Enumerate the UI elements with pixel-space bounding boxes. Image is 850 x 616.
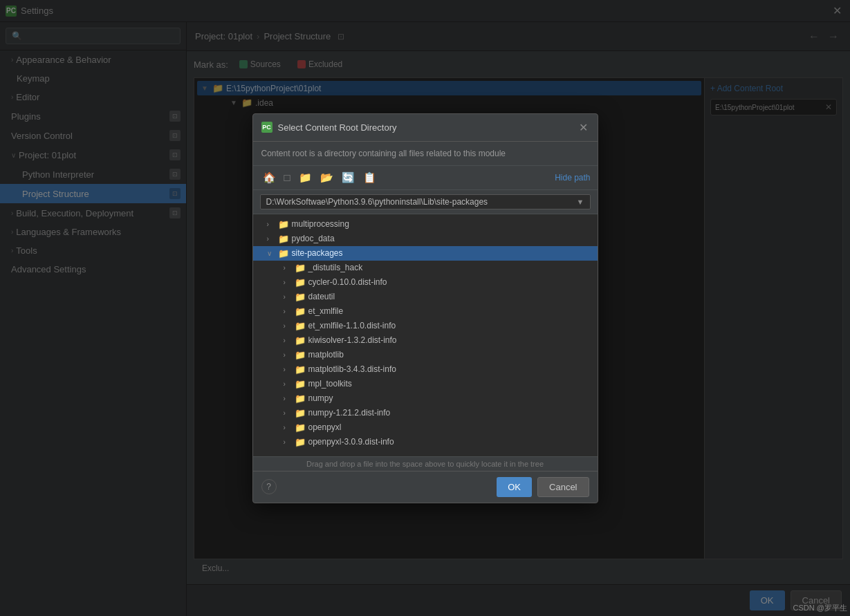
expand-arrow-icon: › (284, 293, 292, 301)
tree-item-label: et_xmlfile-1.1.0.dist-info (308, 321, 396, 330)
folder-icon: 📁 (278, 248, 289, 259)
settings-window: PC Settings ✕ › Appearance & Behavior Ke… (0, 0, 850, 616)
expand-arrow-icon: › (284, 424, 292, 431)
folder-icon: 📁 (278, 219, 289, 230)
modal-description: Content root is a directory containing a… (253, 142, 598, 166)
folder-icon: 📁 (295, 364, 306, 375)
path-input-container: D:\WorkSoftwae\Python3.9.6\pythoninstall… (260, 194, 591, 209)
expand-arrow-icon: › (284, 351, 292, 359)
tree-item-openpyxl-dist[interactable]: › 📁 openpyxl-3.0.9.dist-info (253, 435, 598, 449)
modal-close-button[interactable]: ✕ (578, 121, 589, 134)
toolbar-copy-button[interactable]: 📋 (360, 170, 379, 185)
modal-footer: ? OK Cancel (253, 471, 598, 503)
folder-icon: 📁 (295, 277, 306, 288)
tree-item-label: cycler-0.10.0.dist-info (308, 277, 387, 287)
folder-icon: 📁 (295, 437, 306, 447)
tree-item-label: numpy-1.21.2.dist-info (308, 408, 391, 418)
tree-item-matplotlib[interactable]: › 📁 matplotlib (253, 348, 598, 362)
modal-toolbar-left: 🏠 □ 📁 📂 🔄 📋 (260, 170, 379, 185)
tree-item-cycler[interactable]: › 📁 cycler-0.10.0.dist-info (253, 275, 598, 290)
folder-icon: 📁 (295, 321, 306, 331)
tree-item-label: pydoc_data (292, 234, 335, 243)
modal-app-icon: PC (261, 122, 272, 133)
modal-overlay: PC Select Content Root Directory ✕ Conte… (0, 0, 850, 616)
expand-arrow-icon: › (284, 438, 292, 446)
tree-item-label: openpyxl-3.0.9.dist-info (308, 437, 394, 447)
expand-arrow-icon: › (284, 366, 292, 373)
modal-tree: › 📁 multiprocessing › 📁 pydoc_data ∨ 📁 s… (253, 214, 598, 456)
tree-item-label: openpyxl (308, 422, 342, 432)
tree-item-numpy[interactable]: › 📁 numpy (253, 391, 598, 406)
path-input[interactable]: D:\WorkSoftwae\Python3.9.6\pythoninstall… (266, 197, 574, 207)
tree-item-multiprocessing[interactable]: › 📁 multiprocessing (253, 217, 598, 232)
tree-item-label: numpy (308, 393, 333, 403)
toolbar-refresh-button[interactable]: 🔄 (339, 170, 358, 185)
folder-icon: 📁 (295, 393, 306, 404)
expand-arrow-icon: › (284, 380, 292, 388)
toolbar-new-folder-button[interactable]: □ (281, 170, 293, 185)
toolbar-expand-button[interactable]: 📂 (317, 170, 336, 185)
folder-icon: 📁 (295, 422, 306, 433)
tree-item-dateutil[interactable]: › 📁 dateutil (253, 290, 598, 304)
folder-icon: 📁 (295, 350, 306, 360)
tree-item-label: kiwisolver-1.3.2.dist-info (308, 335, 397, 345)
modal-cancel-button[interactable]: Cancel (537, 477, 589, 497)
tree-item-label: matplotlib (308, 350, 344, 360)
modal-status-bar: Drag and drop a file into the space abov… (253, 456, 598, 471)
tree-item-numpy-dist[interactable]: › 📁 numpy-1.21.2.dist-info (253, 406, 598, 420)
expand-arrow-icon: › (284, 264, 292, 272)
expand-arrow-icon: › (284, 395, 292, 402)
modal-dialog: PC Select Content Root Directory ✕ Conte… (252, 113, 598, 503)
help-button[interactable]: ? (261, 479, 277, 494)
tree-item-label: multiprocessing (292, 219, 349, 229)
hide-path-link[interactable]: Hide path (555, 173, 590, 183)
folder-icon: 📁 (295, 379, 306, 389)
tree-item-kiwisolver[interactable]: › 📁 kiwisolver-1.3.2.dist-info (253, 333, 598, 348)
expand-arrow-icon: › (284, 322, 292, 330)
tree-item-label: matplotlib-3.4.3.dist-info (308, 364, 396, 374)
folder-icon: 📁 (295, 292, 306, 302)
expand-arrow-icon: › (267, 235, 275, 243)
modal-header: PC Select Content Root Directory ✕ (253, 114, 598, 142)
folder-icon: 📁 (295, 306, 306, 317)
tree-item-openpyxl[interactable]: › 📁 openpyxl (253, 420, 598, 435)
modal-title: Select Content Root Directory (278, 122, 572, 133)
expand-arrow-icon: › (284, 308, 292, 315)
modal-footer-buttons: OK Cancel (497, 477, 589, 497)
watermark: CSDN @罗平生 (793, 603, 847, 613)
expand-arrow-icon: › (284, 337, 292, 344)
folder-icon: 📁 (295, 263, 306, 273)
expand-arrow-icon: › (267, 221, 275, 228)
tree-item-matplotlib-dist[interactable]: › 📁 matplotlib-3.4.3.dist-info (253, 362, 598, 377)
expand-arrow-icon: › (284, 279, 292, 286)
tree-item-label: site-packages (292, 248, 343, 258)
path-input-area: D:\WorkSoftwae\Python3.9.6\pythoninstall… (253, 190, 598, 214)
tree-item-label: et_xmlfile (308, 306, 344, 316)
tree-item-site-packages[interactable]: ∨ 📁 site-packages (253, 246, 598, 261)
tree-item-distutils-hack[interactable]: › 📁 _distutils_hack (253, 261, 598, 275)
expand-arrow-icon: › (284, 409, 292, 417)
tree-item-label: mpl_toolkits (308, 379, 352, 389)
tree-item-mpl-toolkits[interactable]: › 📁 mpl_toolkits (253, 377, 598, 391)
tree-item-label: _distutils_hack (308, 263, 363, 272)
folder-icon: 📁 (295, 335, 306, 346)
toolbar-folder-up-button[interactable]: 📁 (296, 170, 315, 185)
tree-item-et-xmlfile-dist[interactable]: › 📁 et_xmlfile-1.1.0.dist-info (253, 319, 598, 333)
path-dropdown-button[interactable]: ▼ (574, 198, 584, 206)
toolbar-home-button[interactable]: 🏠 (260, 170, 279, 185)
expand-arrow-icon: ∨ (267, 250, 275, 257)
tree-item-label: dateutil (308, 292, 335, 301)
tree-item-et-xmlfile[interactable]: › 📁 et_xmlfile (253, 304, 598, 319)
modal-ok-button[interactable]: OK (497, 477, 532, 497)
folder-icon: 📁 (295, 408, 306, 418)
tree-item-pydoc-data[interactable]: › 📁 pydoc_data (253, 232, 598, 246)
folder-icon: 📁 (278, 234, 289, 244)
modal-toolbar: 🏠 □ 📁 📂 🔄 📋 Hide path (253, 166, 598, 190)
